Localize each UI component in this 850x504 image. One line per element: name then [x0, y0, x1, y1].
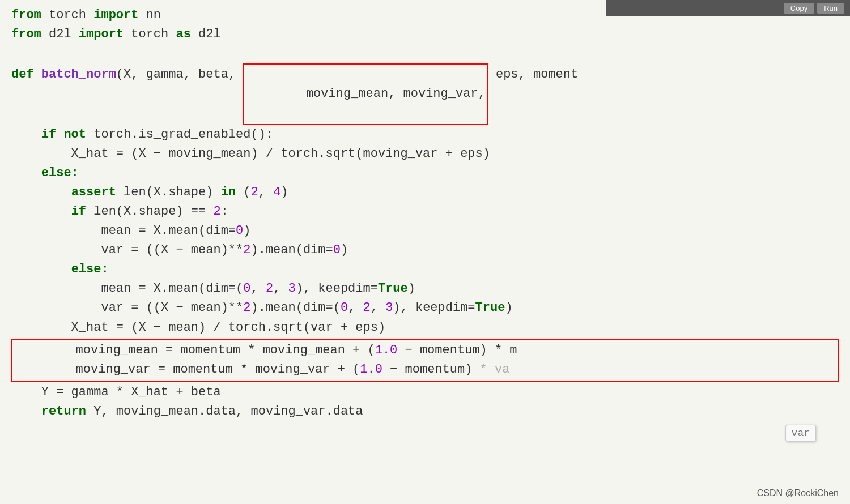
keyword-assert: assert [71, 183, 116, 202]
keyword-as: as [176, 25, 190, 44]
code-line-8: assert len(X.shape) in ( 2 , 4 ) [11, 183, 839, 202]
keyword-import2: import [79, 25, 124, 44]
tooltip-box: var [785, 425, 816, 442]
code-line-14: var = ((X − mean)** 2 ).mean(dim=( 0 , 2… [11, 298, 839, 318]
keyword-return: return [41, 402, 86, 421]
keyword-import: import [94, 6, 138, 25]
keyword-else1: else: [41, 164, 79, 183]
keyword-if: if [41, 125, 56, 144]
keyword-in: in [221, 183, 236, 202]
code-line-7: else: [11, 164, 839, 183]
code-line-15: X_hat = (X − mean) / torch.sqrt(var + ep… [11, 318, 839, 338]
highlight-block: moving_mean = momentum * moving_mean + (… [11, 339, 839, 382]
keyword-from2: from [11, 25, 41, 44]
keyword-from: from [11, 6, 41, 25]
code-line-12: else: [11, 260, 839, 279]
funcname-batch-norm: batch_norm [41, 65, 116, 84]
keyword-not: not [63, 125, 86, 144]
code-line-1: from torch import nn [11, 6, 839, 25]
code-line-9: if len(X.shape) == 2 : [11, 202, 839, 221]
code-line-11: var = ((X − mean)** 2 ).mean(dim= 0 ) [11, 241, 839, 260]
highlight-params: moving_mean, moving_var, [243, 63, 488, 125]
keyword-true1: True [378, 279, 408, 298]
keyword-if2: if [71, 202, 86, 221]
code-line-6: X_hat = (X − moving_mean) / torch.sqrt(m… [11, 144, 839, 164]
code-line-13: mean = X.mean(dim=( 0 , 2 , 3 ), keepdim… [11, 279, 839, 298]
code-line-17: moving_var = momentum * moving_var + ( 1… [16, 360, 834, 379]
code-line-10: mean = X.mean(dim= 0 ) [11, 221, 839, 241]
keyword-def: def [11, 65, 34, 84]
code-line-blank [11, 44, 839, 63]
code-line-2: from d2l import torch as d2l [11, 25, 839, 44]
code-line-19: return Y, moving_mean.data, moving_var.d… [11, 402, 839, 421]
code-block: from torch import nn from d2l import tor… [11, 6, 839, 421]
code-line-18: Y = gamma * X_hat + beta [11, 383, 839, 402]
keyword-true2: True [475, 298, 505, 318]
code-line-16: moving_mean = momentum * moving_mean + (… [16, 341, 834, 360]
tooltip-text: var [792, 428, 810, 439]
code-line-4: def batch_norm (X, gamma, beta, moving_m… [11, 63, 839, 125]
watermark: CSDN @RockiChen [757, 488, 839, 498]
keyword-else2: else: [71, 260, 109, 279]
code-container: Copy Run from torch import nn from d2l i… [0, 0, 850, 504]
code-line-5: if not torch.is_grad_enabled(): [11, 125, 839, 144]
